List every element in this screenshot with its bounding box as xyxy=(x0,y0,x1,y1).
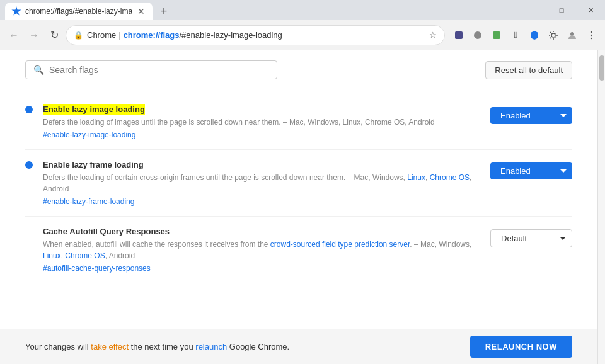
svg-rect-2 xyxy=(493,31,500,39)
toolbar-icons: ⇓ xyxy=(450,26,600,44)
extension-icon-2[interactable] xyxy=(469,26,487,44)
flag-body-2: Enable lazy frame loading Defers the loa… xyxy=(43,160,480,206)
page-content: 🔍 Reset all to default Enable lazy image… xyxy=(0,50,597,364)
reset-all-button[interactable]: Reset all to default xyxy=(485,61,572,79)
svg-point-6 xyxy=(591,34,592,35)
bookmark-star-icon[interactable]: ☆ xyxy=(429,30,437,40)
svg-point-5 xyxy=(591,31,592,32)
tab-close-button[interactable]: ✕ xyxy=(136,5,146,18)
flag-link-3[interactable]: #autofill-cache-query-responses xyxy=(43,264,480,273)
url-display: Chrome | chrome://flags/#enable-lazy-ima… xyxy=(87,30,282,40)
extension-download-icon[interactable]: ⇓ xyxy=(507,26,524,44)
flag-title-3: Cache Autofill Query Responses xyxy=(43,227,480,236)
extension-icon-3[interactable] xyxy=(488,26,505,44)
flag-item-3: Cache Autofill Query Responses When enab… xyxy=(25,217,572,283)
flag-select-2[interactable]: Default Enabled Disabled xyxy=(490,162,572,179)
flag-indicator-3 xyxy=(25,228,33,236)
flag-body-3: Cache Autofill Query Responses When enab… xyxy=(43,227,480,273)
omnibox-scheme: chrome:// xyxy=(124,30,161,40)
scrollbar-track[interactable] xyxy=(597,50,605,364)
bottom-msg-start: Your changes will xyxy=(25,342,91,351)
flag-bullet-col-3 xyxy=(25,227,33,236)
back-button[interactable]: ← xyxy=(5,26,23,44)
forward-button[interactable]: → xyxy=(25,26,43,44)
bottom-spacer xyxy=(25,283,572,328)
minimize-button[interactable]: — xyxy=(518,0,547,20)
svg-point-7 xyxy=(591,37,592,38)
bottom-msg-highlight: take effect xyxy=(91,342,129,351)
profile-icon[interactable] xyxy=(563,26,581,44)
scrollbar-thumb[interactable] xyxy=(599,55,604,81)
flag-desc-3: When enabled, autofill will cache the re… xyxy=(43,239,480,261)
omnibox-highlight: flags xyxy=(160,30,179,40)
tab-title: chrome://flags/#enable-lazy-ima xyxy=(25,7,132,16)
flag-indicator-1 xyxy=(25,106,33,113)
omnibox[interactable]: 🔒 Chrome | chrome://flags/#enable-lazy-i… xyxy=(66,25,445,45)
relaunch-button[interactable]: RELAUNCH NOW xyxy=(470,336,572,358)
bottom-message: Your changes will take effect the next t… xyxy=(25,342,289,351)
omnibox-right: ☆ xyxy=(429,30,437,40)
search-input[interactable] xyxy=(49,65,269,75)
flag-title-highlight-1: Enable lazy image loading xyxy=(43,104,145,115)
omnibox-separator: | xyxy=(118,30,120,40)
search-bar-row: 🔍 Reset all to default xyxy=(25,60,572,79)
flag-link-1[interactable]: #enable-lazy-image-loading xyxy=(43,130,480,139)
bottom-msg-middle: the next time you xyxy=(129,342,195,351)
new-tab-icon: + xyxy=(161,5,168,18)
bottom-msg-blue: relaunch xyxy=(195,342,227,351)
forward-icon: → xyxy=(29,30,39,41)
flags-page: 🔍 Reset all to default Enable lazy image… xyxy=(0,50,597,338)
shield-svg xyxy=(529,30,539,40)
extension-shield-icon[interactable] xyxy=(526,26,543,44)
active-tab[interactable]: chrome://flags/#enable-lazy-ima ✕ xyxy=(5,3,153,20)
tab-strip: chrome://flags/#enable-lazy-ima ✕ + xyxy=(0,0,518,20)
download-icon: ⇓ xyxy=(512,30,519,40)
search-box[interactable]: 🔍 xyxy=(25,60,277,79)
extension-icon-1[interactable] xyxy=(450,26,468,44)
flag-indicator-2 xyxy=(25,161,33,169)
profile-svg xyxy=(567,30,577,40)
flag-select-1[interactable]: Default Enabled Disabled xyxy=(490,107,572,124)
page-wrapper: 🔍 Reset all to default Enable lazy image… xyxy=(0,50,605,364)
settings-gear-icon[interactable] xyxy=(544,26,562,44)
flag-desc-1: Defers the loading of images until the p… xyxy=(43,117,480,128)
omnibox-path: /#enable-lazy-image-loading xyxy=(180,30,282,40)
flag-desc-2: Defers the loading of certain cross-orig… xyxy=(43,172,480,195)
flag-link-2[interactable]: #enable-lazy-frame-loading xyxy=(43,197,480,206)
refresh-button[interactable]: ↻ xyxy=(45,26,63,44)
flag-title-2: Enable lazy frame loading xyxy=(43,160,480,169)
maximize-button[interactable]: □ xyxy=(547,0,576,20)
flag-item-2: Enable lazy frame loading Defers the loa… xyxy=(25,150,572,217)
flag-control-3: Default Enabled Disabled xyxy=(490,227,572,247)
refresh-icon: ↻ xyxy=(50,29,59,41)
flag-title-1: Enable lazy image loading xyxy=(43,105,480,114)
bottom-bar: Your changes will take effect the next t… xyxy=(0,329,597,364)
flag-select-3[interactable]: Default Enabled Disabled xyxy=(490,229,572,247)
new-tab-button[interactable]: + xyxy=(155,3,173,20)
flag-bullet-col-2 xyxy=(25,160,33,169)
ext3-svg xyxy=(492,30,502,40)
flag-control-2: Default Enabled Disabled xyxy=(490,160,572,179)
ext2-svg xyxy=(473,30,483,40)
window-controls: — □ ✕ xyxy=(518,0,605,20)
close-icon: ✕ xyxy=(588,6,594,14)
gear-svg xyxy=(548,30,558,40)
ext1-svg xyxy=(454,30,464,40)
tab-favicon xyxy=(11,6,21,16)
back-icon: ← xyxy=(9,30,19,41)
chrome-menu-icon[interactable] xyxy=(582,26,600,44)
flag-item-1: Enable lazy image loading Defers the loa… xyxy=(25,94,572,150)
flag-bullet-col-1 xyxy=(25,105,33,113)
flag-control-1: Default Enabled Disabled xyxy=(490,105,572,124)
maximize-icon: □ xyxy=(560,6,564,14)
close-button[interactable]: ✕ xyxy=(576,0,605,20)
relaunch-label: RELAUNCH NOW xyxy=(485,342,557,351)
svg-point-3 xyxy=(551,33,555,37)
menu-svg xyxy=(586,30,596,40)
title-bar: chrome://flags/#enable-lazy-ima ✕ + — □ … xyxy=(0,0,605,20)
minimize-icon: — xyxy=(529,6,536,14)
bottom-msg-end: Google Chrome. xyxy=(227,342,289,351)
svg-rect-0 xyxy=(455,31,463,39)
svg-point-1 xyxy=(474,31,481,39)
address-bar: ← → ↻ 🔒 Chrome | chrome://flags/#enable-… xyxy=(0,20,605,50)
